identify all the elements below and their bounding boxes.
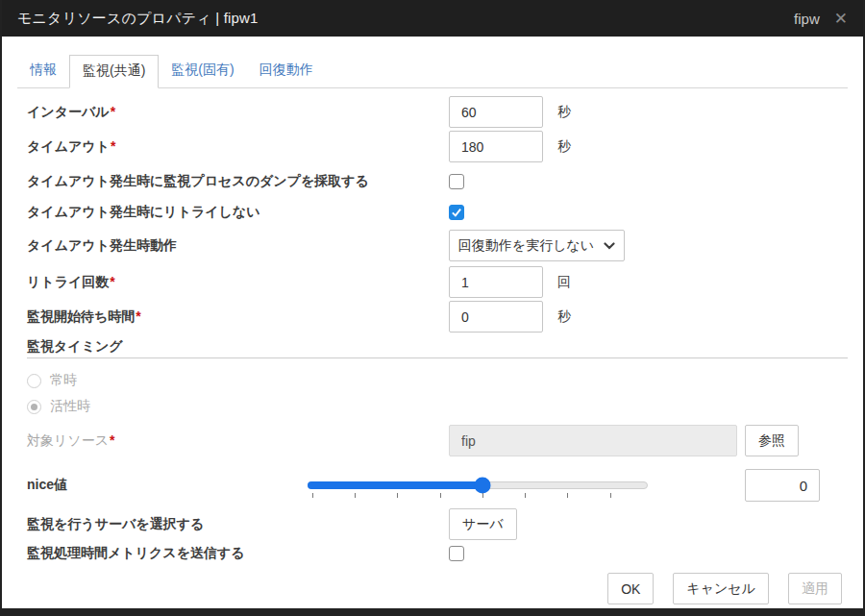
interval-input[interactable] bbox=[449, 96, 543, 128]
nice-value-label: nice値 bbox=[27, 477, 308, 494]
browse-button[interactable]: 参照 bbox=[745, 425, 799, 456]
no-retry-on-timeout-checkbox[interactable] bbox=[449, 205, 464, 220]
context-resource-text: fipw bbox=[794, 11, 820, 27]
cancel-button[interactable]: キャンセル bbox=[673, 573, 769, 604]
target-resource-label: 対象リソース* bbox=[27, 432, 449, 450]
no-retry-on-timeout-row: タイムアウト発生時にリトライしない bbox=[2, 203, 863, 222]
dump-on-timeout-label: タイムアウト発生時に監視プロセスのダンプを採取する bbox=[27, 173, 449, 190]
monitor-timing-section-label: 監視タイミング bbox=[2, 338, 863, 357]
ok-button[interactable]: OK bbox=[607, 573, 654, 604]
timing-always-radio[interactable] bbox=[27, 374, 41, 388]
slider-ticks bbox=[308, 493, 648, 499]
send-metrics-checkbox[interactable] bbox=[449, 546, 464, 561]
titlebar-right: fipw ✕ bbox=[794, 11, 848, 27]
interval-label: インターバル* bbox=[27, 104, 449, 121]
no-retry-on-timeout-label: タイムアウト発生時にリトライしない bbox=[27, 204, 449, 221]
slider-fill bbox=[308, 481, 482, 489]
tab-bar: 情報 監視(共通) 監視(固有) 回復動作 bbox=[17, 54, 848, 88]
server-selection-label: 監視を行うサーバを選択する bbox=[27, 516, 449, 533]
timeout-row: タイムアウト* 秒 bbox=[2, 131, 863, 162]
chevron-down-icon bbox=[604, 242, 615, 250]
retry-count-input[interactable] bbox=[449, 266, 543, 298]
nice-value-input[interactable]: 0 bbox=[745, 469, 820, 502]
dump-on-timeout-checkbox[interactable] bbox=[449, 174, 464, 189]
tab-info[interactable]: 情報 bbox=[17, 55, 69, 88]
title-bar: モニタリソースのプロパティ | fipw1 fipw ✕ bbox=[2, 0, 863, 37]
server-selection-row: 監視を行うサーバを選択する サーバ bbox=[2, 508, 863, 540]
slider-handle[interactable] bbox=[474, 478, 490, 494]
monitor-start-wait-row: 監視開始待ち時間* 秒 bbox=[2, 301, 863, 333]
timeout-action-selected-value: 回復動作を実行しない bbox=[458, 237, 594, 255]
required-mark: * bbox=[110, 432, 114, 448]
monitor-start-wait-unit: 秒 bbox=[557, 308, 571, 326]
timeout-unit: 秒 bbox=[557, 138, 571, 156]
close-icon[interactable]: ✕ bbox=[834, 11, 848, 27]
interval-row: インターバル* 秒 bbox=[2, 96, 863, 128]
timing-active-radio[interactable] bbox=[27, 400, 41, 414]
timeout-action-row: タイムアウト発生時動作 回復動作を実行しない bbox=[2, 230, 863, 261]
apply-button[interactable]: 適用 bbox=[788, 573, 842, 604]
timeout-action-label: タイムアウト発生時動作 bbox=[27, 237, 449, 255]
section-divider bbox=[27, 357, 848, 358]
monitor-start-wait-label: 監視開始待ち時間* bbox=[27, 308, 449, 326]
nice-value-slider[interactable] bbox=[308, 473, 648, 498]
dump-on-timeout-row: タイムアウト発生時に監視プロセスのダンプを採取する bbox=[2, 172, 863, 191]
tab-monitor-common[interactable]: 監視(共通) bbox=[69, 55, 159, 88]
timeout-label: タイムアウト* bbox=[27, 138, 449, 156]
target-resource-input bbox=[449, 425, 737, 456]
retry-count-row: リトライ回数* 回 bbox=[2, 266, 863, 298]
checkmark-icon bbox=[451, 207, 462, 218]
send-metrics-row: 監視処理時間メトリクスを送信する bbox=[2, 544, 863, 563]
retry-count-label: リトライ回数* bbox=[27, 274, 449, 291]
nice-value-row: nice値 0 bbox=[2, 469, 863, 502]
server-button[interactable]: サーバ bbox=[449, 508, 517, 540]
required-mark: * bbox=[111, 104, 115, 119]
timing-always-row: 常時 bbox=[2, 372, 863, 389]
monitor-start-wait-input[interactable] bbox=[449, 301, 543, 333]
required-mark: * bbox=[136, 308, 140, 324]
timing-always-label: 常時 bbox=[50, 372, 77, 389]
timeout-input[interactable] bbox=[449, 131, 543, 162]
interval-unit: 秒 bbox=[557, 104, 571, 121]
retry-count-unit: 回 bbox=[557, 274, 571, 291]
required-mark: * bbox=[110, 274, 114, 289]
timing-active-label: 活性時 bbox=[50, 398, 90, 415]
monitor-resource-properties-dialog: モニタリソースのプロパティ | fipw1 fipw ✕ 情報 監視(共通) 監… bbox=[0, 0, 865, 616]
tab-monitor-special[interactable]: 監視(固有) bbox=[159, 55, 246, 88]
footer-buttons: OK キャンセル 適用 bbox=[607, 573, 842, 604]
dialog-title: モニタリソースのプロパティ | fipw1 bbox=[17, 10, 259, 28]
tab-recovery-action[interactable]: 回復動作 bbox=[247, 55, 326, 88]
target-resource-row: 対象リソース* 参照 bbox=[2, 425, 863, 456]
send-metrics-label: 監視処理時間メトリクスを送信する bbox=[27, 545, 449, 562]
timeout-action-select[interactable]: 回復動作を実行しない bbox=[449, 230, 625, 261]
required-mark: * bbox=[111, 138, 115, 154]
timing-active-row: 活性時 bbox=[2, 398, 863, 415]
